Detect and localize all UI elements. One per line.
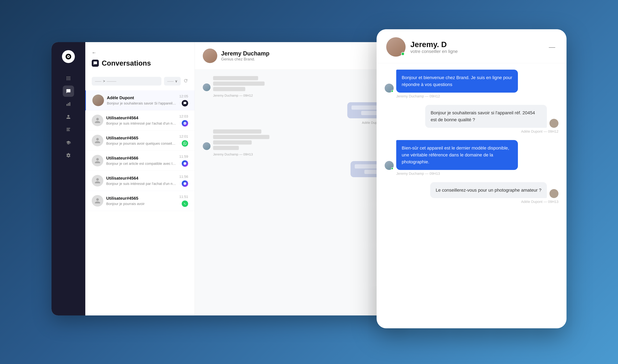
conversation-preview: Bonjour je pourrais avoir quelques conse…	[106, 142, 176, 146]
widget-message-row-user2: Le conseillerez-vous pour un photographe…	[385, 182, 558, 198]
conversation-preview: Bonjour je suis intéressé par l'achat d'…	[106, 121, 176, 126]
conversation-content: Utilisateur#4564 Bonjour je suis intéres…	[106, 176, 176, 186]
contacts-icon	[66, 115, 71, 119]
messenger-icon	[183, 122, 187, 125]
widget-agent-meta-1: Jeremy Duchamp — 09H12	[385, 94, 558, 98]
conversation-time: 11:56	[179, 175, 188, 179]
whatsapp-icon	[183, 202, 187, 205]
agent-message-bubble2	[213, 130, 269, 150]
sidebar-item-grid[interactable]	[63, 73, 74, 84]
filter-button[interactable]: —— > ———	[92, 77, 161, 86]
svg-rect-4	[68, 77, 69, 77]
message-group-2: Jeremy Duchamp — 09H13	[203, 130, 398, 156]
conversations-panel-icon	[92, 60, 99, 67]
messenger-icon	[183, 162, 187, 165]
conversation-item-4564b[interactable]: Utilisateur#4564 Bonjour je suis intéres…	[85, 171, 194, 191]
sidebar-item-settings[interactable]	[63, 150, 74, 161]
agent-message-avatar	[203, 83, 210, 91]
message-group-1: Jeremy Duchamp — 09H12	[203, 76, 398, 97]
app-window: ← Conversations —— > ——— ——	[52, 42, 406, 315]
svg-rect-15	[67, 128, 70, 129]
filter-label2: ———	[107, 79, 116, 83]
widget-agent-name: Jeremy. D	[410, 40, 542, 49]
back-button[interactable]: ←	[92, 50, 188, 55]
chat-header: Jeremy Duchamp Genius chez Brand.	[195, 42, 406, 70]
widget-agent-bubble-2: Bien-sûr cet appareil est le dernier mod…	[396, 140, 518, 170]
sidebar-logo[interactable]	[62, 50, 75, 63]
conversation-meta: 11:59	[179, 155, 188, 167]
chat-user-info: Jeremy Duchamp Genius chez Brand.	[221, 50, 269, 61]
conversation-content: Utilisateur#4566 Bonjour je cet article …	[106, 156, 176, 166]
conversation-preview: Bonjour je pourrais avoir	[106, 202, 176, 206]
messenger-icon	[183, 182, 187, 185]
user-message-meta: Adèle Dupont — 09H12	[203, 121, 398, 125]
refresh-button[interactable]	[183, 78, 188, 84]
logo-icon	[65, 53, 72, 60]
sidebar-nav	[52, 73, 85, 161]
sidebar-item-contacts[interactable]	[63, 111, 74, 122]
sidebar	[52, 42, 85, 315]
sidebar-item-training[interactable]	[63, 137, 74, 148]
svg-rect-11	[69, 79, 70, 80]
conversation-time: 12:05	[179, 94, 188, 98]
minimize-button[interactable]: —	[547, 42, 557, 52]
svg-rect-6	[67, 78, 68, 79]
conversation-item-4565b[interactable]: Utilisateur#4565 Bonjour je pourrais avo…	[85, 191, 194, 211]
sidebar-item-reports[interactable]	[63, 124, 74, 135]
message-row-agent	[203, 76, 398, 91]
widget-message-row-agent2: Bien-sûr cet appareil est le dernier mod…	[385, 140, 558, 170]
reports-icon	[66, 127, 71, 132]
filter-row: —— > ——— —— ∨	[85, 77, 194, 90]
person-icon	[94, 157, 101, 164]
chat-icon	[93, 61, 97, 65]
conversation-meta: 12:03	[179, 114, 188, 127]
svg-rect-7	[68, 78, 69, 79]
conversation-item-4564[interactable]: Utilisateur#4564 Bonjour je suis intéres…	[85, 110, 194, 130]
conversation-preview: Bonjour je souhaiterais savoir Si l'appa…	[107, 101, 176, 105]
widget-message-2: Bonjour je souhaiterais savoir si l'appa…	[385, 105, 558, 134]
widget-message-3: Bien-sûr cet appareil est le dernier mod…	[385, 140, 558, 176]
online-status-indicator	[401, 52, 405, 56]
conversation-item-adele[interactable]: Adèle Dupont Bonjour je souhaiterais sav…	[85, 90, 194, 110]
conversation-name: Utilisateur#4564	[106, 116, 176, 120]
widget-user-meta-2: Adèle Dupont — 09H13	[385, 200, 558, 204]
person-icon	[94, 178, 101, 184]
conversation-time: 12:03	[179, 114, 188, 118]
settings-icon	[66, 153, 71, 158]
conversation-item-4565[interactable]: Utilisateur#4565 Bonjour je pourrais avo…	[85, 130, 194, 151]
agent-online-indicator	[391, 90, 393, 92]
message-group-user1: Adèle Dupont — 09H12	[203, 102, 398, 125]
widget-agent-avatar-msg2	[385, 161, 394, 170]
conversation-list: Adèle Dupont Bonjour je souhaiterais sav…	[85, 90, 194, 315]
filter-label: ——	[95, 79, 101, 83]
whatsapp-icon	[183, 142, 187, 145]
agent-message-avatar2	[203, 142, 210, 150]
agent-message-meta2: Jeremy Duchamp — 09H13	[203, 153, 398, 156]
conversation-avatar	[92, 94, 104, 106]
conversation-name: Adèle Dupont	[107, 95, 176, 100]
conversation-meta: 11:51	[179, 195, 188, 207]
sidebar-item-analytics[interactable]	[63, 98, 74, 110]
conversation-avatar	[92, 135, 103, 146]
analytics-icon	[66, 102, 71, 106]
messenger-badge	[182, 180, 188, 187]
svg-rect-13	[68, 103, 69, 106]
widget-user-bubble-1: Bonjour je souhaiterais savoir si l'appa…	[425, 105, 547, 128]
widget-message-row-user1: Bonjour je souhaiterais savoir si l'appa…	[385, 105, 558, 128]
widget-agent-subtitle: votre conseiller en ligne	[410, 49, 542, 54]
svg-rect-8	[69, 78, 70, 79]
message-row-agent2	[203, 130, 398, 150]
widget-header: Jeremy. D votre conseiller en ligne —	[377, 29, 566, 63]
svg-rect-17	[67, 130, 70, 131]
person-icon	[94, 137, 101, 144]
conversation-avatar	[92, 115, 103, 126]
chat-agent-role: Genius chez Brand.	[221, 57, 269, 61]
sort-button[interactable]: —— ∨	[164, 77, 181, 86]
svg-rect-10	[68, 79, 69, 80]
widget-avatar-wrap	[386, 37, 406, 57]
svg-rect-5	[69, 77, 70, 77]
widget-message-row-agent1: Bonjour et bienvenue chez Brand. Je suis…	[385, 70, 558, 93]
sidebar-item-conversations[interactable]	[63, 86, 74, 97]
training-icon	[66, 140, 71, 145]
conversation-item-4566[interactable]: Utilisateur#4566 Bonjour je cet article …	[85, 151, 194, 171]
